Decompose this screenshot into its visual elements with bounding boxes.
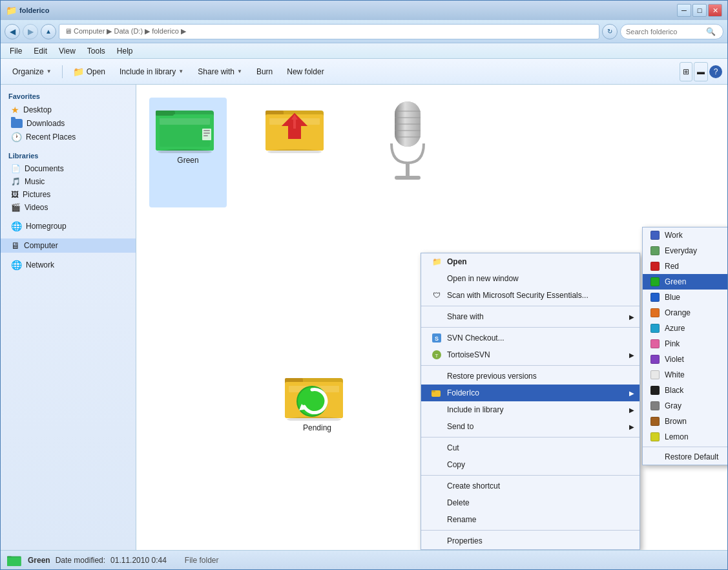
color-item-violet[interactable]: Violet	[643, 352, 727, 367]
statusbar: Green Date modified: 01.11.2010 0:44 Fil…	[1, 550, 727, 569]
ctx-rename-label: Rename	[447, 515, 476, 524]
ctx-cut[interactable]: Cut	[421, 439, 640, 456]
sidebar-item-pictures[interactable]: 🖼 Pictures	[1, 188, 136, 201]
organize-button[interactable]: Organize ▼	[6, 62, 58, 81]
ctx-folderico[interactable]: FolderIco ▶	[421, 385, 640, 401]
sidebar-videos-label: Videos	[25, 203, 48, 212]
toolbar: Organize ▼ 📁 Open Include in library ▼ S…	[1, 59, 727, 85]
menu-edit[interactable]: Edit	[28, 45, 52, 57]
back-button[interactable]: ◀	[5, 24, 20, 39]
sidebar-item-documents[interactable]: 📄 Documents	[1, 162, 136, 175]
folder-item-mic[interactable]: Mic	[369, 98, 446, 207]
help-button[interactable]: ?	[709, 65, 722, 78]
ctx-create-shortcut[interactable]: Create shortcut	[421, 478, 640, 494]
folderico-icon	[432, 388, 442, 398]
sidebar-item-computer[interactable]: 🖥 Computer	[1, 238, 136, 253]
ctx-restore-versions[interactable]: Restore previous versions	[421, 368, 640, 385]
color-blue-label: Blue	[665, 293, 680, 302]
ctx-open-new-window[interactable]: Open in new window	[421, 270, 640, 287]
ctx-restore-versions-label: Restore previous versions	[447, 372, 537, 381]
delete-icon	[432, 498, 442, 508]
pink-color-dot	[650, 339, 660, 348]
burn-button[interactable]: Burn	[250, 62, 279, 81]
ctx-tortoisesvn[interactable]: T TortoiseSVN ▶	[421, 346, 640, 363]
ctx-scan[interactable]: 🛡 Scan with Microsoft Security Essential…	[421, 287, 640, 304]
ctx-delete[interactable]: Delete	[421, 494, 640, 511]
ctx-open[interactable]: 📁 Open	[421, 253, 640, 270]
folder-item-green[interactable]: Green	[149, 98, 227, 207]
menu-view[interactable]: View	[54, 45, 81, 57]
menu-file[interactable]: File	[5, 45, 27, 57]
sidebar-item-recent[interactable]: 🕐 Recent Places	[1, 130, 136, 144]
ctx-delete-label: Delete	[447, 498, 470, 507]
ctx-rename[interactable]: Rename	[421, 511, 640, 528]
color-item-black[interactable]: Black	[643, 383, 727, 398]
open-button[interactable]: 📁 Open	[67, 62, 112, 81]
color-item-red[interactable]: Red	[643, 259, 727, 274]
color-item-gray[interactable]: Gray	[643, 398, 727, 414]
ctx-include-library[interactable]: Include in library ▶	[421, 401, 640, 418]
forward-button[interactable]: ▶	[23, 24, 38, 39]
folder-pending-container[interactable]: Pending	[285, 369, 349, 432]
titlebar-controls: ─ □ ✕	[677, 4, 722, 17]
preview-button[interactable]: ▬	[694, 62, 708, 81]
address-path[interactable]: 🖥 Computer ▶ Data (D:) ▶ folderico ▶	[59, 24, 599, 39]
ctx-tortoisesvn-label: TortoiseSVN	[447, 350, 490, 359]
color-item-azure[interactable]: Azure	[643, 321, 727, 336]
view-toggle-button[interactable]: ⊞	[680, 62, 692, 81]
ctx-svn-checkout[interactable]: S SVN Checkout...	[421, 330, 640, 346]
color-item-blue[interactable]: Blue	[643, 290, 727, 305]
ctx-share-with[interactable]: Share with ▶	[421, 308, 640, 325]
share-with-button[interactable]: Share with ▼	[191, 62, 249, 81]
svg-rect-26	[406, 163, 410, 176]
sidebar-item-downloads[interactable]: Downloads	[1, 117, 136, 130]
sidebar-item-music[interactable]: 🎵 Music	[1, 175, 136, 188]
color-red-label: Red	[665, 262, 679, 271]
menu-tools[interactable]: Tools	[82, 45, 110, 57]
include-library-button[interactable]: Include in library ▼	[113, 62, 190, 81]
ctx-copy[interactable]: Copy	[421, 456, 640, 473]
color-item-lemon[interactable]: Lemon	[643, 429, 727, 445]
color-item-orange[interactable]: Orange	[643, 305, 727, 321]
rename-icon	[432, 514, 442, 525]
refresh-button[interactable]: ↻	[602, 24, 618, 39]
minimize-button[interactable]: ─	[677, 4, 691, 17]
downloads-folder-icon	[11, 119, 23, 128]
color-item-everyday[interactable]: Everyday ▶	[643, 243, 727, 259]
up-button[interactable]: ▲	[41, 24, 56, 39]
color-item-pink[interactable]: Pink	[643, 336, 727, 352]
maximize-button[interactable]: □	[692, 4, 707, 17]
ctx-include-library-label: Include in library	[447, 405, 503, 414]
close-button[interactable]: ✕	[708, 4, 722, 17]
search-input[interactable]	[626, 28, 703, 36]
sidebar-homegroup-label: Homegroup	[26, 222, 67, 231]
include-library-icon	[432, 405, 442, 415]
color-item-brown[interactable]: Brown	[643, 414, 727, 429]
color-item-restore-default[interactable]: Restore Default	[643, 449, 727, 465]
toolbar-sep-1	[62, 65, 63, 78]
color-item-white[interactable]: White	[643, 367, 727, 383]
sidebar-item-homegroup[interactable]: 🌐 Homegroup	[1, 219, 136, 233]
sidebar-item-desktop[interactable]: ★ Desktop	[1, 103, 136, 117]
color-work-label: Work	[665, 231, 683, 240]
menu-help[interactable]: Help	[112, 45, 138, 57]
folder-item-upload[interactable]: Upload	[259, 98, 337, 207]
azure-color-dot	[650, 324, 660, 333]
sidebar-item-network[interactable]: 🌐 Network	[1, 258, 136, 272]
sidebar-documents-label: Documents	[25, 164, 64, 173]
ctx-svn-checkout-label: SVN Checkout...	[447, 333, 504, 343]
color-item-work[interactable]: Work ▶	[643, 227, 727, 243]
new-folder-button[interactable]: New folder	[280, 62, 330, 81]
menubar: File Edit View Tools Help	[1, 43, 727, 59]
color-item-green[interactable]: Green	[643, 274, 727, 290]
statusbar-date-label: Date modified:	[56, 556, 105, 565]
ctx-send-to-label: Send to	[447, 422, 473, 431]
ctx-create-shortcut-label: Create shortcut	[447, 481, 500, 491]
ctx-properties[interactable]: Properties	[421, 533, 640, 549]
ctx-share-with-label: Share with	[447, 312, 484, 321]
upload-folder-icon	[265, 101, 330, 153]
sidebar-item-videos[interactable]: 🎬 Videos	[1, 201, 136, 214]
ctx-send-to[interactable]: Send to ▶	[421, 418, 640, 435]
restore-default-dot	[650, 452, 660, 461]
gray-color-dot	[650, 401, 660, 410]
